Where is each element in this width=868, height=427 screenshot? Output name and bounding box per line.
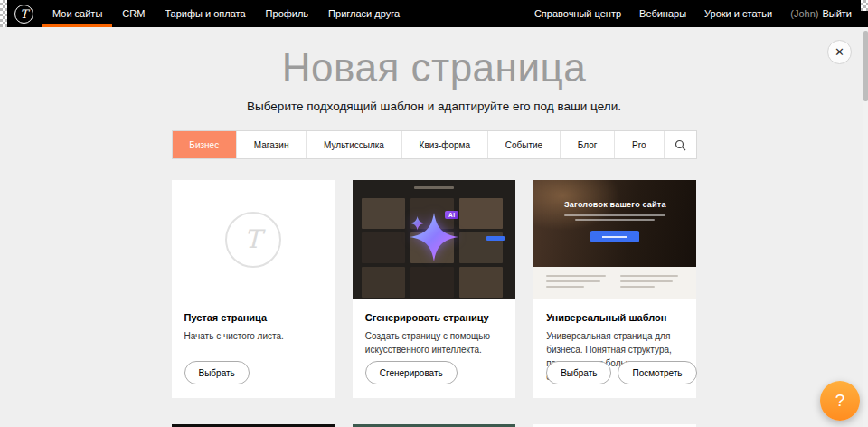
help-button[interactable]: ?: [820, 381, 860, 421]
preview-heading: Заголовок вашего сайта: [533, 200, 696, 209]
preview-decor: [414, 186, 454, 189]
nav-label: Профиль: [266, 8, 309, 19]
card-title: Универсальный шаблон: [546, 312, 684, 323]
card-blank-page: T Пустая страница Начать с чистого листа…: [172, 180, 335, 398]
preview-thumb: [362, 198, 405, 229]
generate-button[interactable]: Сгенерировать: [365, 361, 458, 384]
card-description: Начать с чистого листа.: [184, 329, 322, 343]
nav-label: Вебинары: [639, 8, 686, 19]
card-description: Создать страницу с помощью искусственног…: [365, 329, 503, 356]
preview-thumb: [362, 267, 405, 298]
card-actions: Выбрать: [184, 361, 250, 384]
nav-item-my-sites[interactable]: Мои сайты: [42, 0, 112, 27]
search-icon: [675, 139, 686, 151]
universal-template-preview[interactable]: Заголовок вашего сайта: [533, 180, 696, 299]
link-webinars[interactable]: Вебинары: [630, 0, 695, 27]
ai-generate-preview[interactable]: AI: [353, 180, 515, 299]
blank-page-preview[interactable]: T: [172, 180, 335, 299]
scrollbar-thumb[interactable]: [863, 31, 868, 101]
scrollbar-track[interactable]: [863, 27, 868, 427]
tilda-logo[interactable]: T: [14, 5, 33, 24]
nav-label: Мои сайты: [52, 8, 102, 19]
preview-thumb: [459, 267, 503, 298]
preview-decor: [575, 219, 655, 221]
card-actions: Сгенерировать: [365, 361, 458, 384]
window-edge-artifact: [0, 0, 7, 27]
card-actions: Выбрать Посмотреть: [546, 361, 696, 384]
card-body: Пустая страница Начать с чистого листа.: [172, 299, 335, 343]
nav-item-invite-friend[interactable]: Пригласи друга: [318, 0, 410, 27]
tab-multilink[interactable]: Мультиссылка: [306, 131, 401, 158]
user-logout[interactable]: (John) Выйти: [781, 0, 868, 27]
nav-item-plans[interactable]: Тарифы и оплата: [155, 0, 255, 27]
logout-label: Выйти: [822, 8, 852, 19]
nav-item-crm[interactable]: CRM: [112, 0, 155, 27]
preview-thumb: [362, 232, 405, 263]
close-button[interactable]: ✕: [827, 40, 852, 64]
view-button[interactable]: Посмотреть: [618, 361, 696, 384]
card-body: Сгенерировать страницу Создать страницу …: [353, 299, 515, 356]
topbar-right: Справочный центр Вебинары Уроки и статьи…: [525, 0, 868, 27]
link-lessons[interactable]: Уроки и статьи: [695, 0, 781, 27]
nav-item-profile[interactable]: Профиль: [256, 0, 319, 27]
topbar: T Мои сайты CRM Тарифы и оплата Профиль …: [0, 0, 868, 27]
nav-label: Справочный центр: [534, 8, 621, 19]
nav-label: Пригласи друга: [328, 8, 400, 19]
question-mark-icon: ?: [835, 391, 845, 411]
preview-cta-button: [590, 231, 639, 242]
card-title: Сгенерировать страницу: [365, 312, 503, 323]
tab-business[interactable]: Бизнес: [173, 131, 237, 158]
preview-decor: [486, 236, 505, 241]
tilda-mark-circle: T: [225, 212, 281, 268]
nav-label: Тарифы и оплата: [165, 8, 245, 19]
choose-button[interactable]: Выбрать: [184, 361, 250, 384]
template-grid: T Пустая страница Начать с чистого листа…: [172, 180, 697, 427]
page-subtitle: Выберите подходящий шаблон и адаптируйте…: [0, 100, 868, 113]
link-help-center[interactable]: Справочный центр: [525, 0, 630, 27]
close-icon: ✕: [835, 45, 844, 59]
tab-event[interactable]: Событие: [487, 131, 560, 158]
tilda-logo-letter: T: [20, 7, 28, 21]
tab-search[interactable]: [664, 131, 696, 158]
preview-decor: [564, 214, 665, 216]
preview-hero: Заголовок вашего сайта: [533, 180, 696, 267]
nav-label: Уроки и статьи: [704, 8, 772, 19]
card-ai-generate: AI Сгенерировать страницу Создать страни…: [353, 180, 515, 398]
tab-blog[interactable]: Блог: [560, 131, 614, 158]
tab-quiz-form[interactable]: Квиз-форма: [401, 131, 487, 158]
user-name: (John): [790, 8, 818, 19]
template-category-tabs: Бизнес Магазин Мультиссылка Квиз-форма С…: [172, 130, 697, 159]
card-title: Пустая страница: [184, 312, 322, 323]
tilda-mark-letter: T: [244, 224, 261, 254]
card-universal-template: Заголовок вашего сайта Универсальный шаб…: [533, 180, 696, 398]
tab-pro[interactable]: Pro: [614, 131, 663, 158]
page-title: Новая страница: [0, 47, 868, 89]
tab-shop[interactable]: Магазин: [236, 131, 306, 158]
window-edge-artifact: [861, 0, 868, 11]
ai-badge: AI: [445, 211, 459, 219]
preview-thumb: [459, 198, 503, 229]
preview-thumb: [410, 267, 454, 298]
nav-label: CRM: [122, 8, 145, 19]
preview-text-section: [533, 267, 696, 299]
choose-button[interactable]: Выбрать: [546, 361, 611, 384]
